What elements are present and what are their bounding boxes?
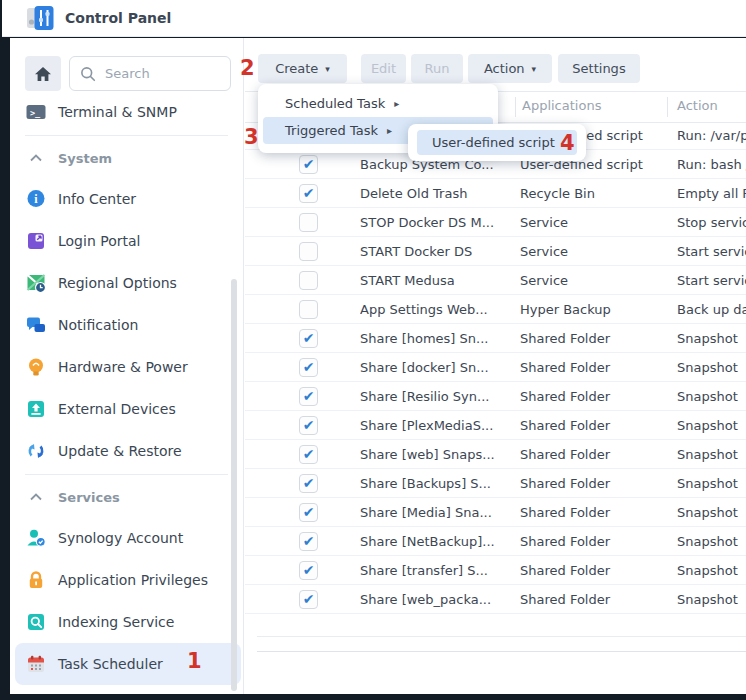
task-action-cell: Run: /var/p: [677, 128, 746, 143]
table-row[interactable]: ✔Share [Media] Sna...Shared FolderSnapsh…: [245, 498, 746, 527]
action-button[interactable]: Action ▾: [468, 54, 552, 83]
toolbar: Create ▾ Edit Run Action ▾ Setti: [258, 54, 640, 83]
task-enabled-checkbox[interactable]: ✔: [299, 445, 318, 464]
task-enabled-checkbox[interactable]: ✔: [299, 184, 318, 203]
table-row[interactable]: ✔Share [Backups] S...Shared FolderSnapsh…: [245, 469, 746, 498]
annotation-step-2: 2: [240, 58, 255, 79]
task-action-cell: Snapshot: [677, 331, 746, 346]
task-enabled-checkbox[interactable]: [299, 271, 318, 290]
table-row[interactable]: ✔Delete Old TrashRecycle BinEmpty all R: [245, 179, 746, 208]
application-privileges-icon: [25, 569, 47, 591]
task-action-cell: Back up dat: [677, 302, 746, 317]
task-name-cell: Share [docker] Sn...: [360, 360, 520, 375]
submenu-item-user-defined-script[interactable]: User-defined script: [417, 130, 577, 155]
table-row[interactable]: ✔Share [NetBackup]...Shared FolderSnapsh…: [245, 527, 746, 556]
action-button-label: Action: [484, 61, 525, 76]
sidebar-item-login-portal[interactable]: Login Portal: [15, 220, 241, 262]
task-enabled-checkbox[interactable]: ✔: [299, 532, 318, 551]
sidebar-item-label: Update & Restore: [58, 443, 182, 459]
task-enabled-checkbox[interactable]: ✔: [299, 358, 318, 377]
sidebar-item-label: Info Center: [58, 191, 136, 207]
menu-item-label: Scheduled Task: [285, 96, 385, 111]
sidebar-item-task-scheduler[interactable]: Task Scheduler: [15, 643, 241, 685]
desktop: Control Panel >_Terminal & SNMPSystemiIn…: [0, 0, 746, 700]
sidebar-item-indexing-service[interactable]: Indexing Service: [15, 601, 241, 643]
sidebar-item-notification[interactable]: Notification: [15, 304, 241, 346]
table-row[interactable]: STOP Docker DS M...ServiceStop servic: [245, 208, 746, 237]
home-button[interactable]: [25, 56, 61, 91]
sidebar-item-label: Login Portal: [58, 233, 140, 249]
task-application-cell: Recycle Bin: [520, 186, 677, 201]
search-input[interactable]: [103, 65, 217, 82]
task-action-cell: Snapshot: [677, 389, 746, 404]
sidebar-section-system[interactable]: System: [15, 138, 243, 178]
task-application-cell: Shared Folder: [520, 447, 677, 462]
sidebar-item-label: Terminal & SNMP: [58, 104, 177, 120]
task-application-cell: Shared Folder: [520, 505, 677, 520]
sidebar-divider: [25, 474, 228, 475]
edit-button: Edit: [361, 54, 406, 83]
chevron-up-icon: [25, 486, 47, 508]
task-action-cell: Snapshot: [677, 360, 746, 375]
task-name-cell: START Docker DS: [360, 244, 520, 259]
table-row[interactable]: ✔Share [web_packa...Shared FolderSnapsho…: [245, 585, 746, 614]
task-enabled-checkbox[interactable]: ✔: [299, 561, 318, 580]
table-row[interactable]: START MedusaServiceStart servic: [245, 266, 746, 295]
settings-button[interactable]: Settings: [558, 54, 640, 83]
task-action-cell: Stop servic: [677, 215, 746, 230]
sidebar-item-hardware-power[interactable]: Hardware & Power: [15, 346, 241, 388]
sidebar-item-terminal-snmp[interactable]: >_Terminal & SNMP: [15, 91, 241, 133]
sidebar-item-label: Indexing Service: [58, 614, 174, 630]
task-enabled-checkbox[interactable]: ✔: [299, 329, 318, 348]
window-titlebar: Control Panel: [2, 0, 746, 37]
task-application-cell: Service: [520, 215, 677, 230]
task-enabled-checkbox[interactable]: ✔: [299, 503, 318, 522]
task-enabled-checkbox[interactable]: [299, 300, 318, 319]
sidebar: >_Terminal & SNMPSystemiInfo CenterLogin…: [10, 38, 244, 694]
sidebar-item-update-restore[interactable]: Update & Restore: [15, 430, 241, 472]
sidebar-search-row: [25, 56, 243, 91]
sidebar-item-info-center[interactable]: iInfo Center: [15, 178, 241, 220]
annotation-step-1: 1: [187, 651, 202, 672]
task-application-cell: Shared Folder: [520, 418, 677, 433]
task-enabled-checkbox[interactable]: [299, 213, 318, 232]
table-row[interactable]: ✔Share [homes] Sn...Shared FolderSnapsho…: [245, 324, 746, 353]
task-enabled-checkbox[interactable]: ✔: [299, 590, 318, 609]
sidebar-item-regional-options[interactable]: Regional Options: [15, 262, 241, 304]
task-application-cell: Hyper Backup: [520, 302, 677, 317]
task-name-cell: Share [web_packa...: [360, 592, 520, 607]
task-enabled-checkbox[interactable]: ✔: [299, 416, 318, 435]
task-name-cell: Share [NetBackup]...: [360, 534, 520, 549]
table-row[interactable]: ✔Share [Resilio Syn...Shared FolderSnaps…: [245, 382, 746, 411]
sidebar-scrollbar[interactable]: [231, 279, 237, 691]
sidebar-item-external-devices[interactable]: External Devices: [15, 388, 241, 430]
task-action-cell: Start servic: [677, 273, 746, 288]
table-row[interactable]: ✔Share [web] Snaps...Shared FolderSnapsh…: [245, 440, 746, 469]
table-row[interactable]: ✔Share [transfer] S...Shared FolderSnaps…: [245, 556, 746, 585]
create-button[interactable]: Create ▾: [258, 54, 347, 83]
table-row[interactable]: START Docker DSServiceStart servic: [245, 237, 746, 266]
table-row[interactable]: ✔Share [docker] Sn...Shared FolderSnapsh…: [245, 353, 746, 382]
table-bottom-line: [257, 636, 746, 637]
sidebar-item-application-privileges[interactable]: Application Privileges: [15, 559, 241, 601]
column-header-action[interactable]: Action: [677, 98, 718, 113]
task-enabled-checkbox[interactable]: ✔: [299, 155, 318, 174]
column-divider: [515, 97, 516, 117]
task-enabled-checkbox[interactable]: ✔: [299, 387, 318, 406]
sidebar-section-services[interactable]: Services: [15, 477, 243, 517]
sidebar-item-label: Application Privileges: [58, 572, 208, 588]
task-enabled-checkbox[interactable]: ✔: [299, 474, 318, 493]
table-row[interactable]: App Settings Web...Hyper BackupBack up d…: [245, 295, 746, 324]
terminal-icon: >_: [25, 101, 47, 123]
sidebar-section-label: Services: [58, 490, 120, 505]
task-action-cell: Snapshot: [677, 505, 746, 520]
task-enabled-checkbox[interactable]: [299, 242, 318, 261]
sidebar-item-label: Hardware & Power: [58, 359, 188, 375]
menu-item-scheduled-task[interactable]: Scheduled Task▸: [263, 90, 493, 117]
task-name-cell: START Medusa: [360, 273, 520, 288]
submenu-item-label: User-defined script: [432, 135, 555, 150]
sidebar-item-synology-account[interactable]: Synology Account: [15, 517, 241, 559]
column-header-applications[interactable]: Applications: [522, 98, 601, 113]
table-row[interactable]: ✔Share [PlexMediaS...Shared FolderSnapsh…: [245, 411, 746, 440]
external-devices-icon: [25, 398, 47, 420]
